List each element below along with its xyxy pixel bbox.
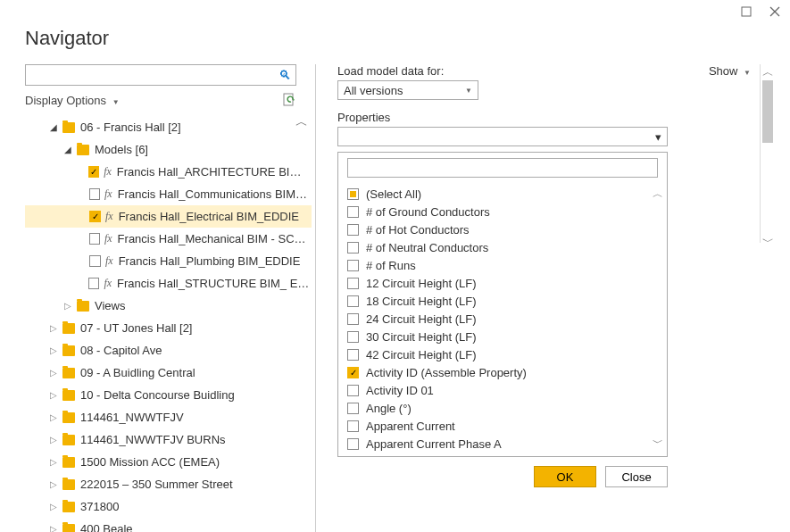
expander-icon[interactable] (50, 524, 59, 532)
checkbox[interactable] (347, 403, 359, 414)
tree-node[interactable]: 222015 – 350 Summer Street (25, 473, 312, 495)
property-item[interactable]: 24 Circuit Height (LF) (347, 310, 667, 328)
scroll-up-icon[interactable]: ︿ (762, 64, 774, 80)
tree-node-label: Views (95, 299, 125, 312)
expander-icon[interactable] (50, 345, 59, 355)
checkbox[interactable] (347, 295, 359, 307)
expander-icon[interactable] (50, 435, 59, 445)
tree-node[interactable]: fxFrancis Hall_Communications BIM_E... (25, 183, 312, 205)
properties-search-input[interactable] (347, 158, 658, 178)
property-label: 42 Circuit Height (LF) (366, 348, 477, 362)
expander-icon[interactable] (50, 323, 59, 333)
tree-node-label: 222015 – 350 Summer Street (80, 478, 233, 491)
expander-icon[interactable] (50, 457, 59, 467)
tree-node-label: 07 - UT Jones Hall [2] (80, 321, 192, 335)
property-item[interactable]: # of Runs (347, 256, 667, 274)
folder-icon (62, 323, 75, 334)
props-scroll-down-icon[interactable]: ﹀ (653, 436, 663, 451)
page-title: Navigator (0, 0, 790, 64)
property-item[interactable]: # of Neutral Conductors (347, 238, 667, 256)
property-item[interactable]: 18 Circuit Height (LF) (347, 292, 667, 310)
property-item[interactable]: 42 Circuit Height (LF) (347, 345, 667, 363)
checkbox[interactable] (347, 385, 359, 396)
expander-icon[interactable] (64, 301, 73, 311)
checkbox[interactable] (347, 313, 359, 325)
close-window-button[interactable] (769, 5, 781, 18)
scrollbar-thumb[interactable] (762, 80, 773, 143)
ok-button[interactable]: OK (534, 466, 596, 487)
property-label: Apparent Current (366, 420, 455, 433)
expander-icon[interactable] (50, 368, 59, 378)
checkbox[interactable] (347, 188, 359, 200)
tree-node[interactable]: 07 - UT Jones Hall [2] (25, 317, 312, 339)
properties-dropdown[interactable]: ▾ (337, 127, 668, 146)
checkbox[interactable] (89, 233, 100, 245)
expander-icon[interactable] (64, 145, 73, 154)
checkbox[interactable] (347, 367, 359, 378)
scroll-down-icon[interactable]: ﹀ (762, 234, 774, 250)
checkbox[interactable] (89, 188, 100, 200)
tree-node[interactable]: fxFrancis Hall_STRUCTURE BIM_ EDDIE (25, 272, 312, 295)
checkbox[interactable] (88, 278, 99, 289)
checkbox[interactable] (347, 260, 359, 271)
checkbox[interactable] (347, 331, 359, 343)
refresh-icon[interactable] (282, 93, 296, 107)
tree-node[interactable]: fxFrancis Hall_Mechanical BIM - SCHE... (25, 228, 312, 250)
checkbox[interactable] (347, 242, 359, 254)
checkbox[interactable] (347, 349, 359, 361)
tree-node-label: Models [6] (95, 143, 148, 156)
checkbox[interactable] (88, 166, 99, 178)
property-item[interactable]: Angle (°) (347, 399, 667, 417)
tree-node[interactable]: 09 - A Buidling Central (25, 362, 312, 384)
checkbox[interactable] (347, 224, 359, 236)
expander-icon[interactable] (50, 502, 59, 511)
property-item[interactable]: 30 Circuit Height (LF) (347, 328, 667, 345)
tree-scroll-up-icon[interactable]: ︿ (295, 114, 308, 130)
property-item[interactable]: Apparent Current (347, 417, 667, 435)
tree-node[interactable]: Models [6] (25, 138, 312, 161)
right-scrollbar: ︿ ﹀ (760, 64, 776, 243)
property-item[interactable]: Activity ID 01 (347, 381, 667, 399)
maximize-button[interactable] (740, 5, 753, 18)
property-item[interactable]: (Select All) (347, 185, 667, 203)
search-input[interactable] (25, 64, 296, 86)
tree-node[interactable]: 371800 (25, 495, 312, 518)
tree-node[interactable]: 1500 Mission ACC (EMEA) (25, 451, 312, 473)
tree-node[interactable]: fxFrancis Hall_Plumbing BIM_EDDIE (25, 250, 312, 272)
folder-icon (62, 457, 75, 468)
tree-node-label: 371800 (80, 500, 119, 513)
versions-dropdown[interactable]: All versions ▼ (337, 80, 478, 100)
checkbox[interactable] (347, 420, 359, 432)
tree-node[interactable]: fxFrancis Hall_Electrical BIM_EDDIE (25, 205, 312, 228)
property-item[interactable]: # of Hot Conductors (347, 220, 667, 238)
property-label: 24 Circuit Height (LF) (366, 312, 477, 326)
show-dropdown[interactable]: Show ▼ (709, 64, 751, 78)
property-item[interactable]: 12 Circuit Height (LF) (347, 274, 667, 292)
property-item[interactable]: # of Ground Conductors (347, 203, 667, 220)
folder-icon (62, 524, 75, 533)
property-item[interactable]: Apparent Current Phase A (347, 435, 667, 453)
checkbox[interactable] (89, 211, 101, 222)
property-item[interactable]: Activity ID (Assemble Property) (347, 363, 667, 381)
tree-node[interactable]: 06 - Francis Hall [2] (25, 116, 312, 138)
tree-node[interactable]: Views (25, 295, 312, 317)
display-options-dropdown[interactable]: Display Options ▼ (25, 94, 120, 107)
svg-rect-0 (742, 7, 751, 16)
search-icon[interactable]: 🔍︎ (279, 68, 291, 82)
checkbox[interactable] (347, 438, 359, 450)
checkbox[interactable] (347, 206, 359, 218)
tree-node[interactable]: 114461_NWWTFJV BURNs (25, 428, 312, 451)
tree-node[interactable]: 10 - Delta Concourse Buidling (25, 384, 312, 406)
tree-node[interactable]: fxFrancis Hall_ARCHITECTURE BIM_20... (25, 161, 312, 183)
expander-icon[interactable] (50, 412, 59, 422)
props-scroll-up-icon[interactable]: ︿ (653, 187, 663, 202)
tree-node[interactable]: 08 - Capitol Ave (25, 339, 312, 362)
expander-icon[interactable] (50, 122, 59, 132)
tree-node[interactable]: 400 Beale (25, 518, 312, 532)
checkbox[interactable] (89, 255, 101, 267)
expander-icon[interactable] (50, 390, 59, 400)
checkbox[interactable] (347, 278, 359, 289)
expander-icon[interactable] (50, 479, 59, 489)
close-button[interactable]: Close (605, 466, 668, 487)
tree-node[interactable]: 114461_NWWTFJV (25, 406, 312, 428)
